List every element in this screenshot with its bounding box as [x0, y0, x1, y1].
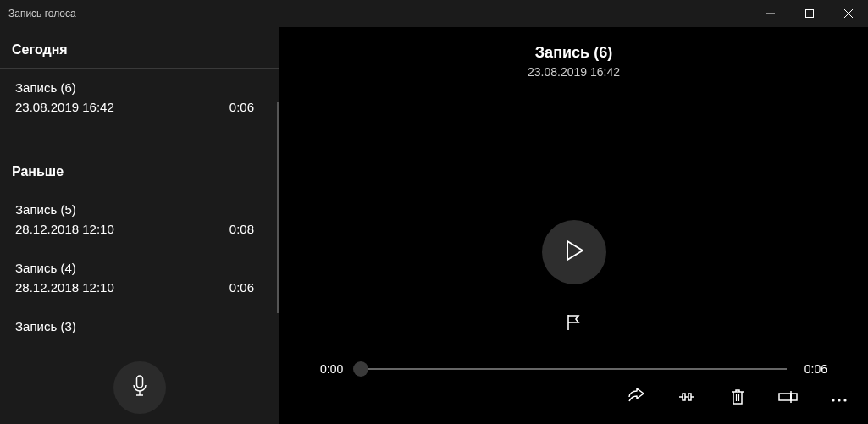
microphone-icon: [130, 375, 149, 400]
recording-title: Запись (3): [15, 319, 254, 333]
svg-rect-12: [688, 394, 691, 400]
svg-rect-1: [806, 10, 814, 18]
delete-button[interactable]: [727, 388, 748, 409]
section-header-earlier: Раньше: [0, 149, 279, 190]
minimize-button[interactable]: [751, 0, 790, 27]
recording-date: 28.12.2018 12:10: [15, 222, 114, 236]
window-controls: [751, 0, 868, 27]
flag-icon: [566, 320, 583, 334]
seek-thumb[interactable]: [353, 361, 368, 377]
toolbar: [626, 388, 849, 409]
section-header-today: Сегодня: [0, 27, 279, 69]
seek-track[interactable]: [361, 368, 787, 370]
svg-point-21: [838, 399, 840, 401]
recording-title: Запись (4): [15, 261, 254, 275]
recording-date: 28.12.2018 12:10: [15, 280, 114, 295]
recording-title: Запись (6): [15, 80, 254, 95]
main-panel: Запись (6) 23.08.2019 16:42 0:00 0:06: [279, 27, 868, 424]
recording-item[interactable]: Запись (5) 28.12.2018 12:10 0:08: [0, 190, 279, 249]
window-title: Запись голоса: [8, 8, 76, 19]
svg-rect-4: [137, 376, 143, 388]
marker-button[interactable]: [566, 313, 583, 335]
recording-date: 23.08.2019 16:42: [279, 65, 868, 79]
total-time: 0:06: [799, 362, 827, 376]
sidebar: Сегодня Запись (6) 23.08.2019 16:42 0:06…: [0, 27, 279, 424]
recording-title: Запись (5): [15, 202, 254, 217]
recording-item[interactable]: Запись (3): [0, 307, 279, 348]
current-time: 0:00: [320, 362, 349, 376]
trash-icon: [730, 388, 745, 409]
trim-icon: [677, 389, 696, 408]
share-button[interactable]: [626, 388, 646, 409]
play-button[interactable]: [542, 220, 606, 284]
recording-duration: 0:06: [229, 280, 254, 295]
more-button[interactable]: [829, 388, 849, 409]
titlebar: Запись голоса: [0, 0, 868, 27]
rename-icon: [778, 390, 799, 407]
recording-title: Запись (6): [279, 44, 868, 62]
timeline: 0:00 0:06: [320, 362, 827, 376]
share-icon: [627, 388, 645, 409]
rename-button[interactable]: [778, 388, 799, 409]
play-icon: [564, 240, 584, 265]
svg-point-20: [832, 399, 834, 401]
svg-rect-18: [791, 394, 797, 400]
svg-marker-7: [567, 241, 583, 260]
svg-rect-17: [779, 394, 791, 400]
more-icon: [832, 391, 847, 406]
maximize-button[interactable]: [790, 0, 829, 27]
trim-button[interactable]: [677, 388, 697, 409]
close-button[interactable]: [829, 0, 868, 27]
svg-point-22: [843, 399, 846, 401]
recording-duration: 0:08: [229, 222, 254, 236]
recording-item[interactable]: Запись (4) 28.12.2018 12:10 0:06: [0, 249, 279, 307]
recording-item[interactable]: Запись (6) 23.08.2019 16:42 0:06: [0, 69, 279, 127]
record-button[interactable]: [113, 361, 166, 414]
svg-rect-11: [683, 394, 685, 400]
recording-date: 23.08.2019 16:42: [15, 100, 114, 114]
recording-duration: 0:06: [229, 100, 254, 114]
